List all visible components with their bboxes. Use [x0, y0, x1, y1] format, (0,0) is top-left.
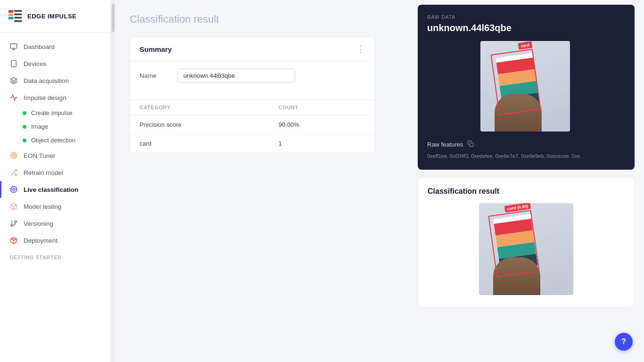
active-dot — [23, 139, 26, 142]
svg-rect-0 — [8, 10, 14, 13]
sidebar-item-impulse-design[interactable]: Impulse design — [0, 89, 110, 106]
raw-features-row: Raw features — [427, 140, 625, 148]
sidebar-scrollbar-thumb[interactable] — [112, 4, 115, 32]
svg-rect-3 — [14, 10, 22, 12]
raw-data-label: RAW DATA — [427, 14, 625, 20]
summary-header: Summary ⋮ — [130, 37, 374, 61]
summary-card: Summary ⋮ Name CATEGORY COUNT Precisio — [130, 37, 375, 153]
logo: EDGE IMPULSE — [0, 0, 110, 33]
sidebar-item-model-testing[interactable]: Model testing — [0, 198, 110, 215]
sidebar-item-label: Retrain model — [24, 169, 63, 176]
sidebar-item-eon-tuner[interactable]: EON Tuner — [0, 147, 110, 164]
detection-box: card — [490, 49, 541, 115]
sidebar-item-label: Model testing — [24, 203, 61, 210]
git-branch-icon — [9, 219, 18, 228]
logo-icon — [8, 8, 23, 24]
svg-rect-7 — [10, 44, 17, 48]
svg-rect-2 — [8, 17, 14, 19]
cr-image: card (0.90) — [479, 203, 573, 295]
classification-result-card: Classification result c — [418, 177, 635, 307]
col-count: COUNT — [279, 105, 365, 110]
sidebar-item-versioning[interactable]: Versioning — [0, 215, 110, 232]
name-label: Name — [140, 72, 168, 79]
active-dot — [23, 125, 26, 129]
col-category: CATEGORY — [140, 105, 269, 110]
cr-detection-label: card (0.90) — [504, 203, 531, 213]
name-row: Name — [140, 69, 365, 82]
sidebar-item-deployment[interactable]: Deployment — [0, 232, 110, 249]
sidebar-sub-label: Create impulse — [31, 109, 72, 116]
cr-detection-box: card (0.90) — [488, 210, 539, 278]
sidebar-item-label: Impulse design — [24, 94, 66, 101]
sidebar-item-data-acquisition[interactable]: Data acquisition — [0, 72, 110, 89]
sidebar-item-dashboard[interactable]: Dashboard — [0, 38, 110, 55]
svg-rect-34 — [470, 143, 473, 147]
raw-data-card: RAW DATA unknown.44l63qbe — [418, 5, 635, 170]
activity-icon — [9, 93, 18, 102]
svg-rect-4 — [14, 14, 22, 16]
svg-point-14 — [12, 154, 16, 157]
getting-started-label: GETTING STARTED — [0, 249, 110, 262]
svg-marker-12 — [10, 77, 17, 81]
cell-count: 1 — [279, 140, 365, 147]
table-header-row: CATEGORY COUNT — [130, 100, 374, 115]
page-title: Classification result — [130, 13, 394, 25]
svg-point-15 — [13, 155, 15, 156]
cell-category: Precision score — [140, 121, 269, 128]
table-row: card 1 — [130, 134, 374, 153]
cpu-icon — [9, 185, 18, 194]
sidebar-item-label: Deployment — [24, 237, 58, 244]
sidebar-sub-label: Object detection — [31, 137, 75, 144]
shuffle-icon — [9, 168, 18, 177]
sidebar-item-label: Live classification — [24, 186, 78, 193]
summary-body: Name — [130, 61, 374, 99]
cr-title: Classification result — [428, 187, 625, 196]
summary-menu-button[interactable]: ⋮ — [356, 45, 365, 53]
sidebar-sub-create-impulse[interactable]: Create impulse — [0, 106, 110, 120]
sidebar-sub-image[interactable]: Image — [0, 120, 110, 133]
raw-features-label: Raw features — [427, 141, 463, 148]
name-input[interactable] — [177, 69, 295, 82]
sidebar-sub-label: Image — [31, 123, 48, 130]
svg-rect-10 — [11, 60, 17, 66]
sidebar-nav: Dashboard Devices Data acquisition — [0, 33, 110, 362]
sidebar-item-retrain-model[interactable]: Retrain model — [0, 164, 110, 181]
sidebar-item-live-classification[interactable]: Live classification — [0, 181, 110, 198]
copy-icon[interactable] — [467, 140, 474, 148]
sidebar-scrollbar[interactable] — [111, 0, 116, 362]
raw-data-title: unknown.44l63qbe — [427, 23, 625, 33]
svg-line-32 — [12, 238, 15, 239]
active-dot — [23, 111, 26, 115]
summary-title: Summary — [140, 45, 172, 53]
sidebar-item-label: Versioning — [24, 220, 53, 227]
raw-features-values: 0xeff1ee, 0xf2f4f3, 0xedefee, 0xe6e7e7, … — [427, 152, 625, 160]
sidebar-item-label: Data acquisition — [24, 77, 69, 84]
sidebar-item-label: Devices — [24, 60, 46, 67]
cell-category: card — [140, 140, 269, 147]
sidebar: EDGE IMPULSE Dashboard Devices — [0, 0, 111, 362]
svg-rect-5 — [14, 17, 22, 19]
main-content: Classification result Summary ⋮ Name CAT… — [116, 0, 644, 362]
svg-rect-1 — [8, 14, 14, 16]
sidebar-item-label: Dashboard — [24, 43, 55, 50]
right-panel: RAW DATA unknown.44l63qbe — [408, 0, 644, 362]
sidebar-item-devices[interactable]: Devices — [0, 55, 110, 72]
summary-table: CATEGORY COUNT Precision score 90.00% ca… — [130, 99, 374, 153]
main-scroll-area: Classification result Summary ⋮ Name CAT… — [116, 0, 408, 362]
help-button[interactable]: ? — [615, 333, 633, 351]
svg-rect-6 — [14, 20, 22, 22]
svg-rect-18 — [11, 187, 17, 192]
table-row: Precision score 90.00% — [130, 115, 374, 134]
tablet-icon — [9, 59, 18, 68]
box-icon — [9, 202, 18, 211]
cell-count: 90.00% — [279, 121, 365, 128]
sidebar-sub-object-detection[interactable]: Object detection — [0, 133, 110, 147]
content-area: Classification result Summary ⋮ Name CAT… — [116, 0, 644, 362]
sidebar-item-label: EON Tuner — [24, 152, 56, 159]
cr-image-container: card (0.90) — [428, 203, 625, 297]
package-icon — [9, 236, 18, 245]
layers-icon — [9, 76, 18, 85]
svg-rect-19 — [13, 189, 15, 190]
logo-text: EDGE IMPULSE — [27, 13, 76, 20]
target-icon — [9, 151, 18, 160]
